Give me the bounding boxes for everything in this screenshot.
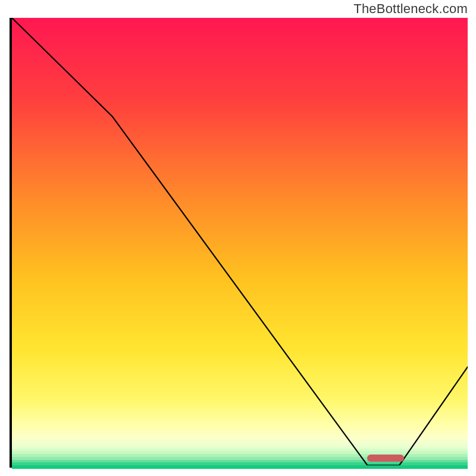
attribution-text: TheBottleneck.com	[353, 1, 468, 17]
curve-layer	[12, 18, 468, 465]
bottleneck-curve	[12, 18, 468, 465]
plot-area	[10, 18, 468, 468]
optimal-range-marker	[367, 455, 403, 462]
